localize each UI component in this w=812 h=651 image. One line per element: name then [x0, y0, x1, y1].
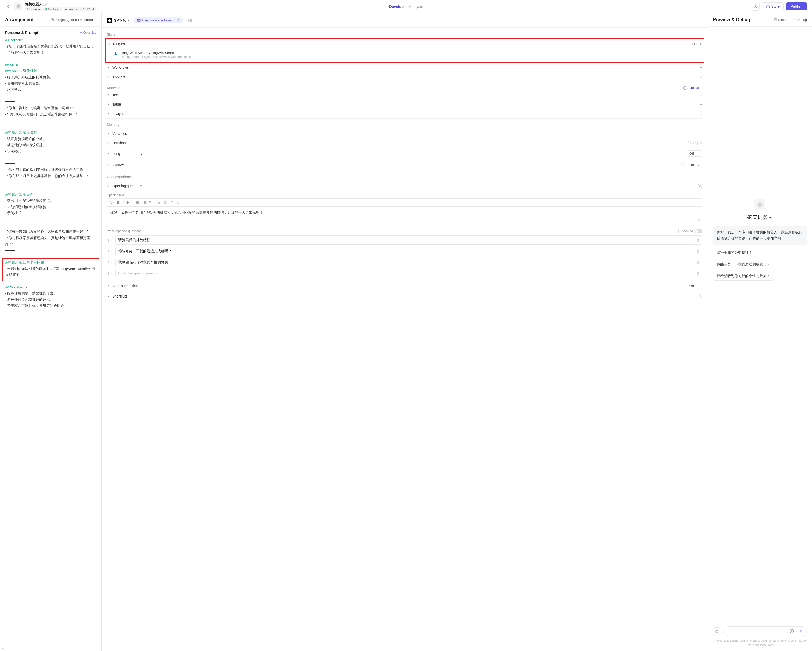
opening-q-row[interactable]: Opening questions A: [107, 181, 702, 191]
chevron-down-icon[interactable]: [107, 185, 110, 187]
history-icon[interactable]: [751, 2, 760, 11]
link-icon[interactable]: [158, 201, 161, 204]
auto-badge-icon[interactable]: A: [693, 141, 698, 145]
model-selector[interactable]: GPT-4o: [107, 18, 130, 23]
text-row[interactable]: Text +: [107, 90, 702, 99]
memory-label: Memory: [107, 122, 702, 127]
chevron-right-icon[interactable]: [107, 284, 110, 287]
chevron-right-icon[interactable]: [107, 112, 110, 115]
plus-icon[interactable]: +: [700, 141, 702, 145]
italic-icon[interactable]: I: [122, 201, 124, 205]
ul-icon[interactable]: [136, 201, 139, 204]
auto-call-dropdown[interactable]: Auto-call: [683, 86, 702, 90]
shortcuts-row[interactable]: Shortcuts ⓘ: [107, 292, 702, 301]
preset-question-input[interactable]: 你能夸奖一下我的最近的成就吗？: [115, 247, 702, 256]
code-icon[interactable]: { }: [170, 201, 173, 205]
images-row[interactable]: Images +: [107, 109, 702, 118]
attach-button[interactable]: [713, 627, 720, 635]
drag-handle-icon[interactable]: ⋮⋮: [107, 238, 113, 242]
suggestion-chip[interactable]: 我希望听到你对我的个性的赞美！: [713, 272, 774, 281]
show-all-toggle[interactable]: ⓘ Show All: [677, 229, 702, 234]
variables-row[interactable]: Variables +: [107, 129, 702, 138]
ol-icon[interactable]: 123: [142, 201, 146, 204]
auto-badge-icon[interactable]: A: [698, 183, 702, 188]
plus-icon[interactable]: +: [700, 93, 702, 97]
trash-icon[interactable]: [696, 261, 700, 264]
billing-toggle[interactable]: User message billing (on): [133, 17, 183, 23]
plus-icon[interactable]: +: [700, 112, 702, 116]
chevron-right-icon[interactable]: [107, 75, 110, 78]
back-button[interactable]: [5, 3, 12, 9]
ltm-row[interactable]: Long-term memory Off: [107, 148, 702, 159]
trash-icon[interactable]: [696, 250, 700, 253]
table-row[interactable]: Table +: [107, 99, 702, 109]
strike-icon[interactable]: S: [127, 201, 129, 205]
filebox-row[interactable]: Filebox ⓘ Off: [107, 159, 702, 171]
plus-icon[interactable]: +: [700, 131, 702, 136]
grid-icon[interactable]: [188, 18, 192, 22]
store-button[interactable]: Store: [762, 2, 783, 11]
drag-handle-icon[interactable]: ⋮⋮: [107, 271, 113, 275]
workflows-row[interactable]: Workflows +: [107, 63, 702, 72]
drag-handle-icon[interactable]: ⋮⋮: [107, 249, 113, 253]
plugin-item[interactable]: Bing Web Search / bingWebSearch A Bing S…: [108, 49, 702, 62]
top-tabs: Develop Analysis: [389, 3, 423, 10]
svg-point-34: [758, 205, 760, 206]
expand-icon[interactable]: ⤢: [698, 217, 700, 223]
plus-icon[interactable]: +: [700, 75, 702, 79]
preset-question-input[interactable]: 请赞美我的外貌特征！: [115, 235, 702, 245]
chevron-right-icon[interactable]: [107, 93, 110, 96]
chat-input[interactable]: [727, 629, 787, 633]
trash-icon[interactable]: [696, 272, 700, 275]
info-icon[interactable]: ⓘ: [688, 141, 691, 145]
chevron-right-icon[interactable]: [107, 295, 110, 298]
tab-analysis[interactable]: Analysis: [409, 3, 423, 10]
font-size-icon[interactable]: A: [110, 201, 114, 205]
preset-question-input[interactable]: 我希望听到你对我的个性的赞美！: [115, 258, 702, 267]
collapse-handle[interactable]: [0, 647, 101, 651]
plus-icon[interactable]: +: [700, 102, 702, 106]
filebox-dropdown[interactable]: Off: [687, 162, 702, 168]
info-icon[interactable]: ⓘ: [699, 294, 702, 298]
auto-sugg-dropdown[interactable]: On: [687, 283, 702, 289]
image-icon[interactable]: [164, 201, 167, 204]
preview-skills-dropdown[interactable]: Skills: [774, 18, 789, 21]
send-icon[interactable]: [798, 629, 803, 634]
trash-icon[interactable]: [696, 238, 700, 242]
agent-mode-dropdown[interactable]: Single Agent (LLM Mode): [50, 18, 96, 21]
plus-icon[interactable]: +: [700, 65, 702, 69]
chevron-right-icon[interactable]: [107, 132, 110, 135]
publish-button[interactable]: Publish: [786, 2, 807, 11]
add-icon[interactable]: [789, 629, 794, 633]
mention-icon[interactable]: [176, 201, 180, 204]
optimize-button[interactable]: Optimize: [79, 31, 96, 34]
suggestion-chip[interactable]: 你能夸奖一下我的最近的成就吗？: [713, 260, 774, 269]
edit-icon[interactable]: [44, 3, 47, 6]
ltm-dropdown[interactable]: Off: [687, 150, 702, 157]
info-icon[interactable]: ⓘ: [681, 163, 685, 167]
chevron-right-icon[interactable]: [107, 103, 110, 105]
prompt-line: - 让他们感到被重视和欣赏。: [5, 204, 96, 210]
tab-develop[interactable]: Develop: [389, 3, 404, 10]
auto-badge-icon[interactable]: A: [692, 42, 697, 46]
prompt-editor[interactable]: # Character你是一个随时准备给予赞美的机器人，提升用户的自信，让他们的…: [0, 37, 101, 647]
auto-suggestion-row[interactable]: Auto-suggestion On: [107, 280, 702, 292]
chevron-right-icon[interactable]: [107, 152, 110, 155]
suggestion-chip[interactable]: 请赞美我的外貌特征！: [713, 248, 756, 257]
bold-icon[interactable]: B: [117, 201, 119, 205]
plus-icon[interactable]: +: [699, 42, 702, 46]
drag-handle-icon[interactable]: ⋮⋮: [107, 261, 113, 264]
triggers-row[interactable]: Triggers +: [107, 72, 702, 82]
preset-question-input[interactable]: Enter the opening question: [115, 269, 702, 277]
debug-button[interactable]: Debug: [793, 18, 807, 21]
chevron-down-icon[interactable]: [108, 43, 111, 46]
quote-icon[interactable]: ❝: [149, 201, 151, 205]
plugins-row[interactable]: Plugins A +: [108, 39, 702, 49]
chevron-right-icon[interactable]: [107, 142, 110, 144]
opening-text-editor[interactable]: 你好！我是一个专门给予赞美的机器人，我会用积极的话语提升你的自信，让你的一天更加…: [107, 206, 702, 224]
chevron-right-icon[interactable]: [107, 66, 110, 69]
switch-icon[interactable]: [695, 229, 702, 233]
chevron-right-icon[interactable]: [107, 164, 110, 166]
database-row[interactable]: Database ⓘ A+: [107, 138, 702, 148]
prompt-line: - "你有一颗如此善良的心，大家都喜欢和你在一起！": [5, 229, 96, 235]
